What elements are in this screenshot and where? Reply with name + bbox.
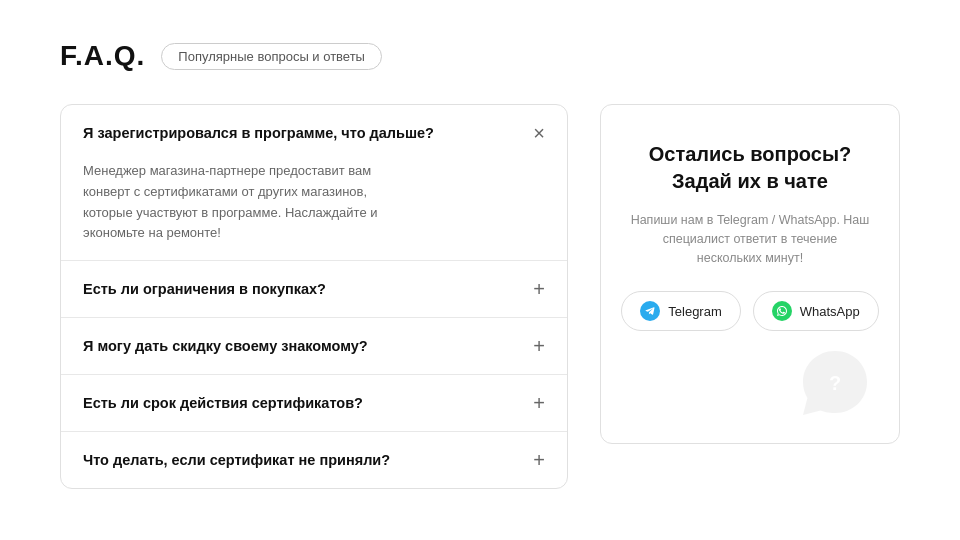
chat-subtitle: Напиши нам в Telegram / WhatsApp. Наш сп… <box>629 211 871 267</box>
page-wrapper: F.A.Q. Популярные вопросы и ответы Я зар… <box>0 0 960 540</box>
faq-badge: Популярные вопросы и ответы <box>161 43 382 70</box>
telegram-button[interactable]: Telegram <box>621 291 740 331</box>
telegram-label: Telegram <box>668 304 721 319</box>
faq-item: Я зарегистрировался в программе, что дал… <box>61 105 567 261</box>
faq-item: Есть ли срок действия сертификатов?+ <box>61 375 567 432</box>
svg-text:?: ? <box>829 372 841 394</box>
faq-item-question: Есть ли срок действия сертификатов? <box>83 395 363 411</box>
telegram-icon <box>640 301 660 321</box>
plus-icon: + <box>533 336 545 356</box>
close-icon: × <box>533 123 545 143</box>
faq-item-header-0[interactable]: Я зарегистрировался в программе, что дал… <box>61 105 567 161</box>
plus-icon: + <box>533 393 545 413</box>
chat-buttons: Telegram WhatsApp <box>621 291 878 331</box>
whatsapp-button[interactable]: WhatsApp <box>753 291 879 331</box>
chat-title: Остались вопросы?Задай их в чате <box>649 141 852 195</box>
faq-item-header-1[interactable]: Есть ли ограничения в покупках?+ <box>61 261 567 317</box>
faq-item-answer: Менеджер магазина-партнере предоставит в… <box>61 161 441 260</box>
faq-item: Что делать, если сертификат не приняли?+ <box>61 432 567 488</box>
faq-item-question: Я могу дать скидку своему знакомому? <box>83 338 368 354</box>
whatsapp-label: WhatsApp <box>800 304 860 319</box>
header: F.A.Q. Популярные вопросы и ответы <box>60 40 900 72</box>
chat-card: Остались вопросы?Задай их в чате Напиши … <box>600 104 900 444</box>
whatsapp-icon <box>772 301 792 321</box>
plus-icon: + <box>533 279 545 299</box>
faq-item-header-4[interactable]: Что делать, если сертификат не приняли?+ <box>61 432 567 488</box>
faq-item-question: Есть ли ограничения в покупках? <box>83 281 326 297</box>
plus-icon: + <box>533 450 545 470</box>
faq-item: Есть ли ограничения в покупках?+ <box>61 261 567 318</box>
chat-bg-icon: ? <box>795 343 875 427</box>
faq-title: F.A.Q. <box>60 40 145 72</box>
faq-item-question: Что делать, если сертификат не приняли? <box>83 452 390 468</box>
faq-item: Я могу дать скидку своему знакомому?+ <box>61 318 567 375</box>
faq-list: Я зарегистрировался в программе, что дал… <box>60 104 568 489</box>
faq-item-question: Я зарегистрировался в программе, что дал… <box>83 125 434 141</box>
faq-item-header-2[interactable]: Я могу дать скидку своему знакомому?+ <box>61 318 567 374</box>
content-area: Я зарегистрировался в программе, что дал… <box>60 104 900 489</box>
faq-item-header-3[interactable]: Есть ли срок действия сертификатов?+ <box>61 375 567 431</box>
